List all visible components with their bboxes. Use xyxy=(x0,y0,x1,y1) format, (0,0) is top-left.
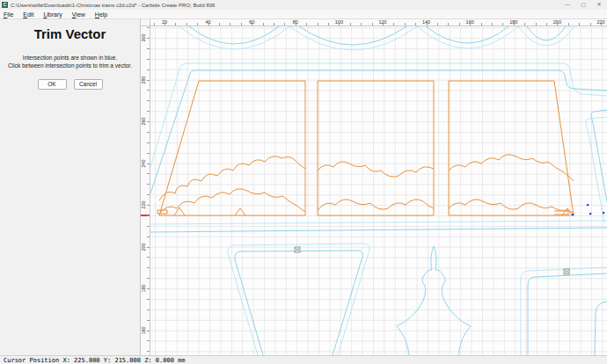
intersection-point[interactable] xyxy=(587,204,589,206)
ruler-label: 160 xyxy=(141,324,148,337)
ruler-tick xyxy=(284,23,285,25)
ruler-tick xyxy=(147,309,150,310)
menu-item-edit[interactable]: Edit xyxy=(23,11,33,18)
ruler-tick xyxy=(147,173,150,174)
minimize-button[interactable]: — xyxy=(559,1,575,9)
drawing-canvas[interactable] xyxy=(150,26,607,355)
ruler-corner xyxy=(141,19,150,26)
ruler-tick xyxy=(186,23,187,25)
ruler-label: 20 xyxy=(158,19,171,25)
menu-item-file[interactable]: File xyxy=(4,11,13,18)
ruler-tick xyxy=(459,23,460,25)
ruler-tick xyxy=(481,23,482,25)
ruler-tick xyxy=(147,194,150,195)
intersection-point[interactable] xyxy=(603,212,604,214)
ruler-tick xyxy=(536,23,537,25)
ruler-tick xyxy=(147,132,150,133)
ruler-tick xyxy=(524,23,525,25)
handle-marker[interactable] xyxy=(564,269,569,274)
ruler-label: 280 xyxy=(141,74,148,86)
ruler-tick xyxy=(147,299,150,300)
ruler-tick xyxy=(147,59,150,60)
cursor-position-readout: Cursor Position X: 225.000 Y: 215.000 Z:… xyxy=(4,357,186,364)
ruler-tick xyxy=(147,237,150,237)
ruler-tick xyxy=(147,69,150,70)
trim-vector-panel: Trim Vector Intersection points are show… xyxy=(0,19,141,355)
canvas-vectors xyxy=(150,26,607,355)
ruler-tick xyxy=(437,23,438,25)
ruler-tick xyxy=(405,23,406,25)
ruler-tick xyxy=(147,215,150,216)
ruler-label: 220 xyxy=(141,199,148,211)
status-bar: Cursor Position X: 225.000 Y: 215.000 Z:… xyxy=(0,355,607,364)
ruler-tick xyxy=(546,23,547,25)
ruler-label: 180 xyxy=(508,19,520,25)
page-title: Trim Vector xyxy=(0,26,140,41)
ruler-tick xyxy=(147,111,150,112)
ruler-tick xyxy=(147,142,150,143)
ruler-tick xyxy=(154,23,155,25)
handle-marker[interactable] xyxy=(295,247,300,252)
ruler-tick xyxy=(230,23,230,25)
ruler-tick xyxy=(147,320,150,321)
ruler-label: 240 xyxy=(141,157,148,170)
ruler-label: 80 xyxy=(289,19,302,25)
ruler-label: 220 xyxy=(595,19,607,25)
ruler-tick xyxy=(372,23,373,25)
ruler-tick xyxy=(393,23,394,25)
ruler-label: 200 xyxy=(141,241,148,253)
ruler-tick xyxy=(263,23,264,25)
intersection-point[interactable] xyxy=(572,214,574,215)
ruler-tick xyxy=(590,23,591,25)
app-icon: C xyxy=(2,2,8,8)
ruler-tick xyxy=(147,257,150,258)
maximize-button[interactable]: ▢ xyxy=(575,1,591,9)
ruler-tick xyxy=(579,23,580,25)
instructions: Intersection points are shown in blue. C… xyxy=(0,54,140,69)
ruler-tick xyxy=(415,23,416,25)
ruler-tick xyxy=(147,48,150,49)
window-title: C:\Users\willa\Downloads\1-Christmas tra… xyxy=(11,3,559,8)
ruler-tick xyxy=(147,340,150,341)
ruler-tick xyxy=(492,23,493,25)
grid-background xyxy=(150,26,607,355)
ruler-tick xyxy=(448,23,449,25)
ruler-tick xyxy=(197,23,198,25)
ruler-tick xyxy=(147,153,150,154)
ruler-tick xyxy=(318,23,318,25)
ruler-label: 200 xyxy=(551,19,563,25)
ruler-tick xyxy=(274,23,274,25)
intersection-point[interactable] xyxy=(589,213,591,215)
ruler-tick xyxy=(350,23,351,25)
ruler-tick xyxy=(147,90,150,91)
menu-bar: FileEditLibraryViewHelp xyxy=(0,10,607,19)
ruler-tick xyxy=(147,226,150,227)
ruler-vertical: 300280260240220200180160 xyxy=(141,26,150,355)
ruler-tick xyxy=(147,267,150,268)
ruler-label: 300 xyxy=(141,32,148,44)
ruler-tick xyxy=(147,184,150,185)
ruler-label: 180 xyxy=(141,282,148,295)
ok-button[interactable]: OK xyxy=(38,79,67,90)
ruler-label: 60 xyxy=(245,19,258,25)
ruler-horizontal: 20406080100120140160180200220 xyxy=(150,19,607,26)
ruler-tick xyxy=(328,23,329,25)
ruler-tick xyxy=(147,100,150,101)
ruler-tick xyxy=(502,23,503,25)
panel-buttons: OK Cancel xyxy=(0,79,140,90)
cancel-button[interactable]: Cancel xyxy=(74,79,103,90)
close-button[interactable]: ✕ xyxy=(591,1,607,9)
ruler-tick xyxy=(361,23,362,25)
app-window: C C:\Users\willa\Downloads\1-Christmas t… xyxy=(0,0,607,364)
ruler-tick xyxy=(147,351,150,352)
menu-item-help[interactable]: Help xyxy=(95,11,107,18)
ruler-tick xyxy=(147,278,150,279)
ruler-tick xyxy=(306,23,307,25)
instruction-line-2: Click between intersection points to tri… xyxy=(0,62,140,69)
instruction-line-1: Intersection points are shown in blue. xyxy=(0,54,140,62)
ruler-tick xyxy=(241,23,242,25)
ruler-label: 40 xyxy=(202,19,215,25)
menu-item-view[interactable]: View xyxy=(72,11,85,18)
ruler-label: 160 xyxy=(464,19,476,25)
menu-item-library[interactable]: Library xyxy=(43,11,62,18)
